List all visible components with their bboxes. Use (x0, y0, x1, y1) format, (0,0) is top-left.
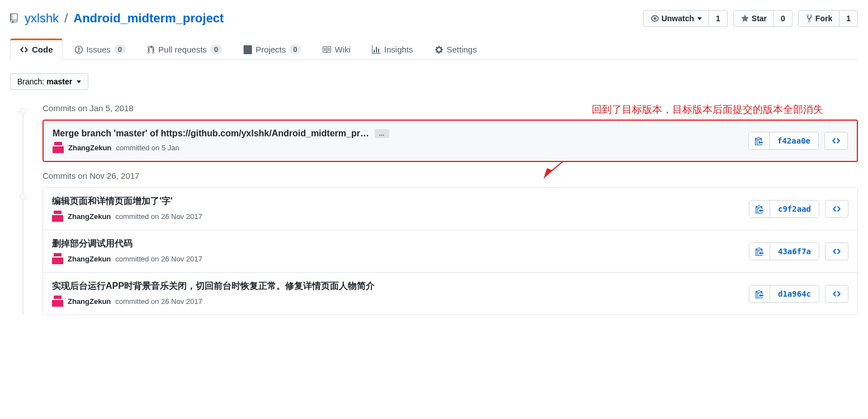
commit-author-link[interactable]: ZhangZekun (68, 255, 111, 263)
commit-hash-link[interactable]: f42aa0e (770, 132, 818, 149)
tab-issues[interactable]: Issues 0 (65, 39, 136, 60)
copy-hash-button[interactable] (749, 243, 770, 260)
projects-icon (243, 45, 252, 54)
star-button[interactable]: Star (733, 10, 774, 27)
date-heading: Commits on Nov 26, 2017 (43, 171, 858, 180)
projects-count: 0 (289, 45, 301, 54)
commit-item: 实现后台运行APP时背景音乐关闭，切回前台时恢复正常。修复详情页面人物简介 Zh… (43, 272, 857, 315)
commit-title-link[interactable]: 编辑页面和详情页面增加了'字' (52, 196, 173, 207)
pull-request-icon (147, 45, 155, 54)
commit-author-link[interactable]: ZhangZekun (68, 297, 111, 306)
browse-code-button[interactable] (825, 200, 848, 218)
copy-hash-button[interactable] (749, 201, 770, 217)
gear-icon (435, 45, 444, 54)
tab-code[interactable]: Code (10, 39, 63, 60)
timeline-marker (20, 108, 26, 115)
code-icon (20, 45, 29, 54)
tab-settings[interactable]: Settings (425, 39, 487, 60)
commit-hash-link[interactable]: d1a964c (770, 285, 819, 302)
unwatch-button[interactable]: Unwatch (643, 10, 709, 27)
commit-item: 编辑页面和详情页面增加了'字' ZhangZekun committed on … (43, 188, 857, 230)
issues-icon (74, 45, 83, 54)
tab-projects[interactable]: Projects 0 (234, 39, 310, 60)
tab-pulls[interactable]: Pull requests 0 (138, 39, 232, 60)
pulls-count: 0 (210, 45, 222, 54)
repo-name-link[interactable]: Android_midterm_project (73, 11, 224, 25)
commit-author-link[interactable]: ZhangZekun (68, 144, 111, 152)
branch-select-button[interactable]: Branch: master (10, 73, 88, 90)
commit-committed-text: committed on 26 Nov 2017 (115, 212, 202, 221)
copy-hash-button[interactable] (749, 132, 770, 149)
commit-committed-text: committed on 26 Nov 2017 (115, 255, 202, 263)
fork-button[interactable]: Fork (798, 10, 839, 27)
fork-icon (805, 14, 813, 23)
star-icon (740, 14, 749, 23)
commit-title-link[interactable]: Merge branch 'master' of https://github.… (53, 128, 369, 139)
avatar[interactable] (53, 142, 64, 153)
insights-icon (372, 45, 381, 54)
browse-code-button[interactable] (825, 242, 848, 260)
commit-title-link[interactable]: 实现后台运行APP时背景音乐关闭，切回前台时恢复正常。修复详情页面人物简介 (52, 280, 375, 292)
commit-committed-text: committed on 26 Nov 2017 (115, 297, 202, 306)
tab-insights[interactable]: Insights (362, 39, 423, 60)
tab-wiki[interactable]: Wiki (313, 39, 360, 60)
avatar[interactable] (52, 211, 63, 222)
timeline-marker (20, 193, 26, 200)
date-heading: Commits on Jan 5, 2018 (43, 103, 858, 113)
repo-title: yxlshk / Android_midterm_project (10, 11, 224, 26)
commit-title-link[interactable]: 删掉部分调试用代码 (52, 238, 133, 250)
commit-author-link[interactable]: ZhangZekun (68, 212, 111, 221)
issues-count: 0 (114, 45, 126, 54)
fork-count[interactable]: 1 (839, 10, 858, 27)
wiki-icon (322, 45, 331, 54)
commit-committed-text: committed on 5 Jan (116, 144, 179, 152)
browse-code-button[interactable] (825, 285, 848, 303)
star-count[interactable]: 0 (774, 10, 792, 27)
avatar[interactable] (52, 296, 63, 307)
commit-item: Merge branch 'master' of https://github.… (44, 121, 857, 161)
copy-hash-button[interactable] (749, 285, 770, 302)
watch-count[interactable]: 1 (709, 10, 728, 27)
commit-hash-link[interactable]: c9f2aad (770, 201, 819, 217)
commit-item: 删掉部分调试用代码 ZhangZekun committed on 26 Nov… (43, 230, 857, 272)
eye-icon (650, 14, 659, 23)
repo-owner-link[interactable]: yxlshk (25, 11, 59, 26)
expand-message-button[interactable]: … (375, 129, 389, 138)
commit-hash-link[interactable]: 43a6f7a (770, 243, 819, 260)
avatar[interactable] (52, 253, 63, 264)
browse-code-button[interactable] (824, 132, 848, 150)
repo-icon (10, 13, 20, 23)
